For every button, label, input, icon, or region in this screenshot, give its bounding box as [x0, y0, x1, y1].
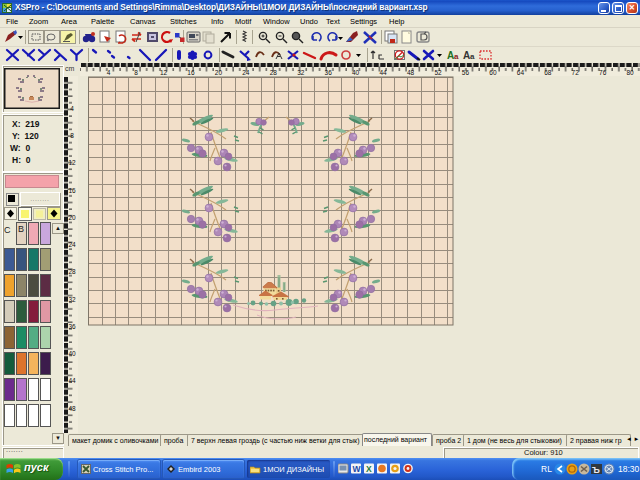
svg-text:X: X: [366, 464, 372, 474]
svg-text:48: 48: [407, 69, 415, 76]
svg-text:76: 76: [599, 69, 607, 76]
svg-text:20: 20: [215, 69, 223, 76]
svg-text:48: 48: [68, 405, 76, 412]
svg-text:44: 44: [68, 377, 76, 384]
svg-text:64: 64: [517, 69, 525, 76]
svg-text:36: 36: [325, 69, 333, 76]
svg-text:cm: cm: [65, 65, 75, 72]
svg-text:72: 72: [572, 69, 580, 76]
svg-text:36: 36: [68, 323, 76, 330]
svg-text:24: 24: [242, 69, 250, 76]
svg-text:Ъ: Ъ: [592, 465, 600, 475]
svg-text:4: 4: [70, 105, 74, 112]
svg-text:a: a: [454, 52, 459, 61]
svg-text:52: 52: [434, 69, 442, 76]
svg-text:8: 8: [134, 69, 138, 76]
svg-text:12: 12: [68, 159, 76, 166]
svg-text:32: 32: [297, 69, 305, 76]
svg-text:40: 40: [68, 350, 76, 357]
svg-text:B: B: [18, 224, 24, 234]
svg-text:16: 16: [187, 69, 195, 76]
svg-text:8: 8: [70, 132, 74, 139]
svg-text:32: 32: [68, 296, 76, 303]
svg-text:28: 28: [270, 69, 278, 76]
svg-text:56: 56: [462, 69, 470, 76]
svg-text:24: 24: [68, 241, 76, 248]
svg-text:28: 28: [68, 268, 76, 275]
svg-text:W: W: [353, 464, 362, 474]
svg-text:80: 80: [626, 69, 634, 76]
svg-text:12: 12: [160, 69, 168, 76]
svg-text:68: 68: [544, 69, 552, 76]
svg-text:a: a: [470, 52, 475, 61]
svg-text:40: 40: [352, 69, 360, 76]
svg-text:20: 20: [68, 214, 76, 221]
svg-text:16: 16: [68, 187, 76, 194]
svg-text:4: 4: [107, 69, 111, 76]
svg-text:44: 44: [379, 69, 387, 76]
svg-text:60: 60: [489, 69, 497, 76]
